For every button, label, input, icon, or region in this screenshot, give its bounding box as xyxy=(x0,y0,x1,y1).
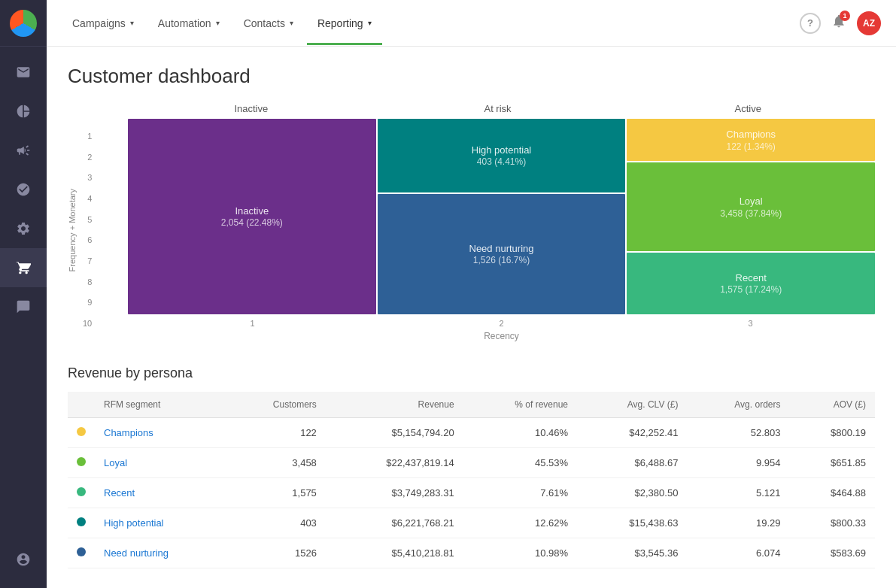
row-aov-3: $800.33 xyxy=(789,508,875,538)
topnav-right: ? 1 AZ xyxy=(800,11,881,35)
th-dot xyxy=(68,392,95,418)
table-header-row: RFM segment Customers Revenue % of reven… xyxy=(68,392,875,418)
revenue-table: RFM segment Customers Revenue % of reven… xyxy=(68,392,875,568)
treemap-cell-inactive: Inactive 2,054 (22.48%) xyxy=(128,119,376,314)
nav-automation[interactable]: Automation ▾ xyxy=(147,11,230,35)
main-content: Campaigns ▾ Automation ▾ Contacts ▾ Repo… xyxy=(47,0,896,588)
cell-value-recent: 1,575 (17.24%) xyxy=(720,284,782,295)
row-revenue-0: $5,154,794.20 xyxy=(326,418,463,448)
y-tick-4: 4 xyxy=(83,195,92,203)
y-tick-3: 3 xyxy=(83,174,92,182)
row-revenue-4: $5,410,218.81 xyxy=(326,538,463,568)
table-row: Recent 1,575 $3,749,283.31 7.61% $2,380.… xyxy=(68,478,875,508)
row-pct-0: 10.46% xyxy=(463,418,577,448)
row-pct-1: 45.53% xyxy=(463,448,577,478)
sidebar-item-campaigns[interactable] xyxy=(0,131,47,170)
row-customers-2: 1,575 xyxy=(227,478,326,508)
row-clv-4: $3,545.36 xyxy=(577,538,687,568)
row-avgorders-2: 5.121 xyxy=(687,478,789,508)
nav-reporting[interactable]: Reporting ▾ xyxy=(307,11,382,35)
treemap-col-inactive: Inactive 2,054 (22.48%) xyxy=(128,119,376,314)
notifications-button[interactable]: 1 xyxy=(831,14,846,32)
row-segment-0[interactable]: Champions xyxy=(95,418,227,448)
th-aov: AOV (£) xyxy=(789,392,875,418)
row-customers-3: 403 xyxy=(227,508,326,538)
x-tick-1: 1 xyxy=(128,319,377,328)
row-avgorders-3: 19.29 xyxy=(687,508,789,538)
table-row: High potential 403 $6,221,768.21 12.62% … xyxy=(68,508,875,538)
y-axis-label: Frequency + Monetary xyxy=(68,189,77,271)
top-navigation: Campaigns ▾ Automation ▾ Contacts ▾ Repo… xyxy=(47,0,896,47)
row-revenue-1: $22,437,819.14 xyxy=(326,448,463,478)
y-tick-9: 9 xyxy=(83,299,92,307)
label-active: Active xyxy=(621,103,875,114)
y-tick-6: 6 xyxy=(83,236,92,244)
nav-campaigns[interactable]: Campaigns ▾ xyxy=(62,11,144,35)
row-avgorders-0: 52.803 xyxy=(687,418,789,448)
x-tick-2: 2 xyxy=(377,319,626,328)
row-dot-4 xyxy=(68,538,95,568)
sidebar-item-email[interactable] xyxy=(0,53,47,92)
row-aov-0: $800.19 xyxy=(789,418,875,448)
th-rfm-segment: RFM segment xyxy=(95,392,227,418)
table-body: Champions 122 $5,154,794.20 10.46% $42,2… xyxy=(68,418,875,568)
chart-plot: Inactive 2,054 (22.48%) High potential 4… xyxy=(128,119,875,341)
y-tick-1: 1 xyxy=(83,132,92,141)
treemap-cell-champions: Champions 122 (1.34%) xyxy=(627,119,875,161)
logo-icon xyxy=(10,10,37,37)
sidebar-item-chat[interactable] xyxy=(0,287,47,326)
app-logo[interactable] xyxy=(0,0,47,47)
treemap-cell-need-nurturing: Need nurturing 1,526 (16.7%) xyxy=(378,194,626,314)
treemap-cell-recent: Recent 1,575 (17.24%) xyxy=(627,253,875,314)
sidebar-item-analytics[interactable] xyxy=(0,92,47,131)
row-pct-2: 7.61% xyxy=(463,478,577,508)
notification-badge: 1 xyxy=(840,11,850,21)
user-avatar[interactable]: AZ xyxy=(857,11,881,35)
customer-dashboard-chart: Inactive At risk Active Frequency + Mone… xyxy=(68,103,875,341)
cell-label-loyal: Loyal xyxy=(740,195,763,208)
cell-label-champions: Champions xyxy=(726,129,776,141)
th-avg-clv: Avg. CLV (£) xyxy=(577,392,687,418)
nav-contacts[interactable]: Contacts ▾ xyxy=(233,11,304,35)
cell-value-inactive: 2,054 (22.48%) xyxy=(221,217,283,228)
table-row: Champions 122 $5,154,794.20 10.46% $42,2… xyxy=(68,418,875,448)
status-dot-3 xyxy=(77,517,86,526)
chevron-down-icon: ▾ xyxy=(130,19,134,27)
sidebar-item-automation[interactable] xyxy=(0,209,47,248)
cell-label-need-nurturing: Need nurturing xyxy=(469,243,534,256)
row-clv-2: $2,380.50 xyxy=(577,478,687,508)
row-segment-3[interactable]: High potential xyxy=(95,508,227,538)
cell-label-high-potential: High potential xyxy=(472,144,532,157)
row-aov-1: $651.85 xyxy=(789,448,875,478)
help-button[interactable]: ? xyxy=(800,13,821,34)
sidebar xyxy=(0,0,47,588)
row-segment-2[interactable]: Recent xyxy=(95,478,227,508)
y-axis: Frequency + Monetary 10 9 8 7 6 5 4 3 2 … xyxy=(68,119,128,341)
sidebar-item-cart[interactable] xyxy=(0,248,47,287)
sidebar-bottom xyxy=(0,540,47,588)
row-segment-1[interactable]: Loyal xyxy=(95,448,227,478)
status-dot-4 xyxy=(77,547,86,556)
sidebar-item-contacts[interactable] xyxy=(0,170,47,209)
treemap-cell-high-potential: High potential 403 (4.41%) xyxy=(378,119,626,192)
row-dot-2 xyxy=(68,478,95,508)
table-row: Need nurturing 1526 $5,410,218.81 10.98%… xyxy=(68,538,875,568)
y-tick-5: 5 xyxy=(83,216,92,224)
th-customers: Customers xyxy=(227,392,326,418)
chevron-down-icon: ▾ xyxy=(290,19,293,27)
row-customers-0: 122 xyxy=(227,418,326,448)
cell-label-inactive: Inactive xyxy=(235,205,269,218)
row-customers-1: 3,458 xyxy=(227,448,326,478)
row-segment-4[interactable]: Need nurturing xyxy=(95,538,227,568)
sidebar-item-settings[interactable] xyxy=(0,540,47,579)
treemap-col-at-risk: High potential 403 (4.41%) Need nurturin… xyxy=(378,119,626,314)
revenue-section-title: Revenue by persona xyxy=(68,365,875,381)
y-tick-8: 8 xyxy=(83,278,92,286)
x-axis-ticks: 1 2 3 xyxy=(128,319,875,328)
row-clv-3: $15,438.63 xyxy=(577,508,687,538)
page-content: Customer dashboard Inactive At risk Acti… xyxy=(47,47,896,588)
x-axis-label: Recency xyxy=(128,331,875,341)
row-dot-0 xyxy=(68,418,95,448)
treemap-col-active: Champions 122 (1.34%) Loyal 3,458 (37.84… xyxy=(627,119,875,314)
cell-value-loyal: 3,458 (37.84%) xyxy=(720,208,782,219)
